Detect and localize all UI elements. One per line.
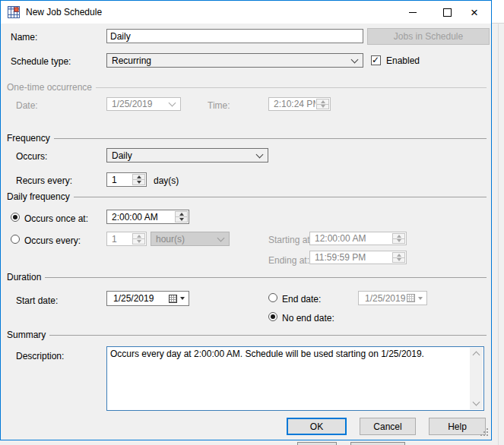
- arrow-up-icon: [179, 213, 184, 216]
- description-label: Description:: [16, 351, 64, 361]
- arrow-up-icon: [397, 235, 401, 238]
- occurs-every-unit-select[interactable]: hour(s): [151, 232, 230, 246]
- occurs-label: Occurs:: [16, 151, 47, 162]
- description-scrollbar[interactable]: [470, 348, 483, 409]
- description-field[interactable]: Occurs every day at 2:00:00 AM. Schedule…: [106, 346, 484, 411]
- minimize-button[interactable]: [396, 1, 430, 24]
- one-time-time-spinner[interactable]: 2:10:24 PM: [268, 97, 331, 111]
- name-label: Name:: [11, 32, 37, 43]
- duration-group-header: Duration: [7, 272, 487, 282]
- no-end-date-radio[interactable]: [268, 312, 277, 321]
- one-time-date-value: 1/25/2019: [112, 99, 170, 109]
- background-window-bottom-edge: OK Cancel: [0, 440, 492, 445]
- arrow-down-icon: [397, 239, 401, 242]
- schedule-grid-icon: [8, 6, 20, 18]
- occurs-once-label: Occurs once at:: [24, 213, 88, 224]
- arrow-down-icon: [321, 105, 325, 108]
- description-text: Occurs every day at 2:00:00 AM. Schedule…: [110, 349, 465, 360]
- background-cancel-button[interactable]: Cancel: [350, 442, 405, 445]
- occurs-once-radio[interactable]: [11, 213, 20, 222]
- recurs-every-label: Recurs every:: [16, 175, 72, 186]
- start-date-picker[interactable]: 1/25/2019: [106, 291, 189, 306]
- occurs-value: Daily: [112, 150, 257, 161]
- time-label: Time:: [208, 100, 230, 111]
- arrow-up-icon: [137, 235, 141, 238]
- start-date-label: Start date:: [16, 295, 58, 306]
- spin-down-button[interactable]: [133, 179, 144, 185]
- starting-at-value: 12:00:00 AM: [310, 232, 391, 245]
- arrow-down-icon: [397, 258, 401, 261]
- calendar-icon: [169, 295, 177, 303]
- spin-down-button[interactable]: [393, 238, 404, 244]
- name-input[interactable]: [107, 31, 363, 42]
- arrow-down-icon: [179, 218, 184, 221]
- ending-at-label: Ending at:: [268, 255, 309, 266]
- occurs-once-time-value: 2:00:00 AM: [107, 210, 174, 223]
- spin-down-button[interactable]: [393, 257, 404, 263]
- new-job-schedule-dialog: New Job Schedule × Name: Jobs in Schedul…: [0, 0, 492, 440]
- spin-down-button[interactable]: [317, 104, 328, 109]
- start-date-value: 1/25/2019: [113, 293, 169, 304]
- background-window-right-edge: [492, 0, 504, 445]
- frequency-group-header: Frequency: [7, 133, 487, 144]
- no-end-date-label: No end date:: [282, 313, 334, 323]
- occurs-every-spinner[interactable]: 1: [106, 232, 147, 246]
- screen: OK Cancel New Job Schedule × Name:: [0, 0, 504, 445]
- window-title: New Job Schedule: [26, 7, 102, 17]
- schedule-type-select[interactable]: Recurring: [106, 53, 363, 68]
- arrow-down-icon: [137, 240, 141, 243]
- recurs-unit-label: day(s): [154, 175, 179, 186]
- title-bar: New Job Schedule ×: [1, 1, 491, 24]
- occurs-every-value: 1: [107, 232, 132, 245]
- spin-down-button[interactable]: [176, 216, 187, 222]
- arrow-down-icon: [137, 181, 141, 184]
- help-button[interactable]: Help: [429, 418, 486, 435]
- chevron-down-icon: [217, 234, 225, 241]
- background-ok-button[interactable]: OK: [297, 442, 337, 445]
- end-date-picker[interactable]: 1/25/2019: [358, 291, 427, 305]
- resize-grip[interactable]: [480, 428, 489, 437]
- arrow-up-icon: [137, 175, 141, 178]
- chevron-down-icon: [351, 55, 359, 63]
- schedule-type-label: Schedule type:: [11, 56, 71, 67]
- summary-group-header: Summary: [7, 330, 487, 340]
- close-icon: ×: [471, 6, 478, 19]
- schedule-type-value: Recurring: [112, 55, 352, 66]
- starting-at-spinner[interactable]: 12:00:00 AM: [309, 232, 407, 245]
- end-date-radio[interactable]: [268, 293, 277, 302]
- dropdown-arrow-icon: [180, 297, 185, 300]
- occurs-select[interactable]: Daily: [106, 148, 268, 163]
- chevron-down-icon: [256, 150, 264, 158]
- close-button[interactable]: ×: [458, 1, 491, 24]
- one-time-time-value: 2:10:24 PM: [269, 98, 315, 110]
- name-field-box: [106, 29, 363, 43]
- arrow-up-icon: [397, 254, 401, 257]
- maximize-icon: [443, 8, 452, 17]
- spin-down-button[interactable]: [133, 238, 144, 244]
- recurs-every-value: 1: [107, 173, 132, 186]
- ok-button[interactable]: OK: [287, 418, 347, 435]
- ending-at-spinner[interactable]: 11:59:59 PM: [309, 251, 407, 264]
- occurs-every-unit-value: hour(s): [156, 234, 218, 245]
- ending-at-value: 11:59:59 PM: [310, 251, 391, 264]
- scroll-up-icon[interactable]: [473, 352, 480, 359]
- one-time-date-select[interactable]: 1/25/2019: [106, 97, 181, 111]
- occurs-every-label: Occurs every:: [24, 235, 81, 246]
- jobs-in-schedule-button[interactable]: Jobs in Schedule: [367, 28, 490, 45]
- enabled-label: Enabled: [386, 55, 420, 66]
- recurs-every-spinner[interactable]: 1: [106, 172, 147, 187]
- starting-at-label: Starting at:: [268, 235, 312, 245]
- enabled-checkbox[interactable]: [371, 55, 381, 65]
- chevron-down-icon: [169, 99, 176, 107]
- end-date-value: 1/25/2019: [365, 293, 407, 304]
- one-time-occurrence-group-header: One-time occurrence: [7, 82, 487, 93]
- scroll-down-icon[interactable]: [473, 399, 480, 406]
- arrow-up-icon: [321, 100, 325, 103]
- minimize-icon: [409, 12, 417, 13]
- cancel-button[interactable]: Cancel: [360, 418, 416, 435]
- occurs-every-radio[interactable]: [11, 235, 20, 244]
- calendar-icon: [407, 294, 415, 302]
- dropdown-arrow-icon: [418, 297, 423, 300]
- daily-frequency-group-header: Daily frequency: [7, 191, 487, 202]
- occurs-once-time-spinner[interactable]: 2:00:00 AM: [106, 210, 189, 224]
